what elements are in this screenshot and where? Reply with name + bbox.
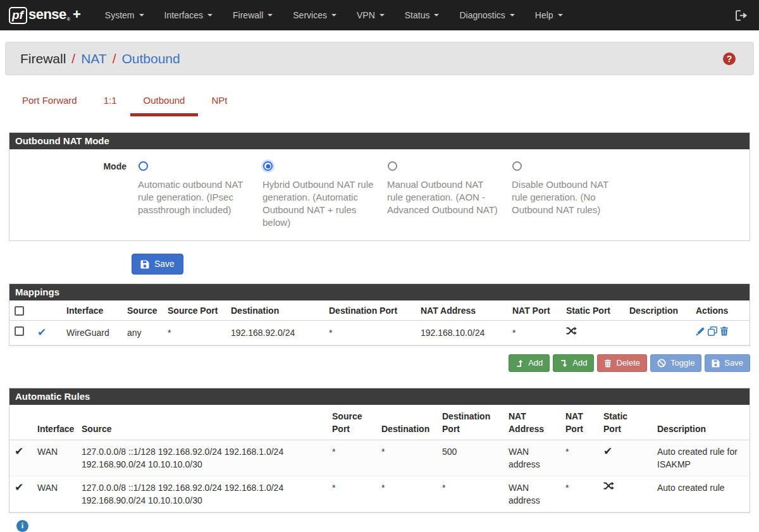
menu-firewall[interactable]: Firewall: [223, 0, 283, 30]
column-header: NAT Port: [507, 300, 561, 321]
outbound-nat-mode-panel: Outbound NAT Mode Mode Automatic outboun…: [9, 132, 750, 241]
panel-title: Automatic Rules: [9, 388, 750, 405]
copy-icon[interactable]: [708, 326, 717, 336]
status-column-header: [32, 300, 61, 321]
menu-system[interactable]: System: [95, 0, 154, 30]
radio-automatic[interactable]: [139, 161, 148, 171]
cell-nat-port: *: [560, 476, 598, 512]
mapping-row: ✔ WireGuard any * 192.168.92.0/24 * 192.…: [9, 321, 750, 345]
shuffle-icon: [603, 481, 647, 490]
caret-down-icon: [139, 14, 144, 16]
column-header: Source Port: [327, 405, 376, 440]
level-up-arrow-icon: [515, 359, 524, 368]
ban-icon: [657, 359, 666, 368]
breadcrumb-section: Firewall: [20, 51, 66, 66]
menu-vpn[interactable]: VPN: [347, 0, 395, 30]
check-icon[interactable]: ✔: [37, 326, 46, 338]
breadcrumb-separator: /: [71, 51, 75, 66]
cell-source: any: [122, 321, 163, 345]
column-header: Description: [652, 405, 750, 440]
column-header: Destination: [376, 405, 437, 440]
panel-title: Outbound NAT Mode: [9, 133, 750, 149]
caret-down-icon: [379, 14, 385, 16]
menu-services[interactable]: Services: [283, 0, 347, 30]
status-column-header: [9, 405, 32, 440]
cell-nat-port: *: [560, 440, 598, 476]
column-header: Static Port: [598, 405, 652, 440]
cell-destination-port: *: [324, 321, 416, 345]
column-header: Actions: [691, 300, 750, 321]
toggle-selected-button[interactable]: Toggle: [650, 354, 701, 372]
level-down-arrow-icon: [560, 359, 568, 368]
menu-status[interactable]: Status: [395, 0, 450, 30]
breadcrumb-link-nat[interactable]: NAT: [81, 51, 106, 66]
breadcrumb-link-outbound[interactable]: Outbound: [121, 51, 180, 66]
trash-icon: [604, 359, 612, 368]
delete-trash-icon[interactable]: [720, 326, 729, 336]
save-button[interactable]: Save: [132, 254, 183, 275]
menu-help[interactable]: Help: [525, 0, 573, 30]
pfsense-logo[interactable]: pfsense®+: [9, 6, 81, 24]
cell-description: Auto created rule for ISAKMP: [652, 440, 750, 476]
cell-interface: WAN: [32, 476, 77, 512]
check-icon: ✔: [15, 481, 23, 493]
automatic-rules-panel: Automatic Rules Interface Source Source …: [9, 388, 750, 513]
cell-source: 127.0.0.0/8 ::1/128 192.168.92.0/24 192.…: [77, 476, 327, 512]
column-header: Source: [77, 405, 327, 440]
info-icon[interactable]: i: [16, 520, 28, 532]
mappings-panel: Mappings Interface Source Source Port De…: [9, 283, 750, 346]
add-rule-top-button[interactable]: Add: [509, 354, 550, 372]
nat-mode-options: Automatic outbound NAT rule generation. …: [138, 161, 750, 229]
tab-outbound[interactable]: Outbound: [130, 94, 199, 116]
tab-npt[interactable]: NPt: [198, 94, 240, 116]
column-header: NAT Address: [503, 405, 560, 440]
radio-manual[interactable]: [388, 161, 397, 171]
top-navbar: pfsense®+ System Interfaces Firewall Ser…: [0, 0, 759, 30]
add-rule-bottom-button[interactable]: Add: [553, 354, 594, 372]
nat-mode-option-hybrid: Hybrid Outbound NAT rule generation. (Au…: [262, 161, 387, 229]
logo-pf-badge: pf: [9, 7, 27, 24]
mappings-header-row: Interface Source Source Port Destination…: [9, 300, 750, 321]
sign-out-icon[interactable]: [733, 8, 750, 23]
cell-destination: *: [376, 440, 437, 476]
menu-interfaces[interactable]: Interfaces: [154, 0, 223, 30]
column-header: NAT Address: [416, 300, 507, 321]
navbar-menu: System Interfaces Firewall Services VPN …: [95, 0, 733, 30]
breadcrumb-separator: /: [113, 51, 116, 66]
logo-plus-text: +: [73, 6, 81, 23]
breadcrumb: Firewall / NAT / Outbound ?: [5, 42, 754, 75]
column-header: Interface: [61, 300, 122, 321]
save-mappings-button[interactable]: Save: [705, 354, 750, 372]
select-all-checkbox[interactable]: [15, 306, 24, 316]
caret-down-icon: [434, 14, 439, 16]
automatic-rule-row: ✔ WAN 127.0.0.0/8 ::1/128 192.168.92.0/2…: [9, 476, 750, 512]
column-header: Destination: [226, 300, 324, 321]
cell-source-port: *: [163, 321, 226, 345]
nat-mode-option-manual: Manual Outbound NAT rule generation. (AO…: [387, 161, 512, 229]
nat-mode-body: Mode Automatic outbound NAT rule generat…: [9, 149, 750, 240]
cell-source-port: *: [327, 476, 376, 512]
caret-down-icon: [268, 14, 273, 16]
menu-diagnostics[interactable]: Diagnostics: [449, 0, 524, 30]
radio-disable[interactable]: [512, 161, 522, 171]
column-header: Interface: [32, 405, 77, 440]
column-header: Description: [624, 300, 691, 321]
mappings-actions-bar: Add Add Delete Toggle: [9, 354, 750, 372]
nat-mode-option-disable: Disable Outbound NAT rule generation. (N…: [512, 161, 636, 229]
mode-field-label: Mode: [9, 161, 138, 229]
help-icon[interactable]: ?: [723, 53, 736, 65]
check-icon: ✔: [603, 445, 612, 457]
shuffle-icon: [566, 326, 619, 335]
cell-description: [624, 321, 691, 345]
caret-down-icon: [558, 14, 563, 16]
automatic-rule-row: ✔ WAN 127.0.0.0/8 ::1/128 192.168.92.0/2…: [9, 440, 750, 476]
column-header: NAT Port: [560, 405, 598, 440]
tab-port-forward[interactable]: Port Forward: [9, 94, 90, 116]
row-checkbox[interactable]: [15, 326, 24, 336]
edit-pencil-icon[interactable]: [696, 326, 705, 336]
cell-destination: *: [376, 476, 437, 512]
radio-hybrid-selected[interactable]: [263, 161, 273, 171]
delete-selected-button[interactable]: Delete: [597, 354, 647, 372]
tab-1to1[interactable]: 1:1: [90, 94, 130, 116]
logo-registered-mark: ®: [67, 17, 70, 22]
